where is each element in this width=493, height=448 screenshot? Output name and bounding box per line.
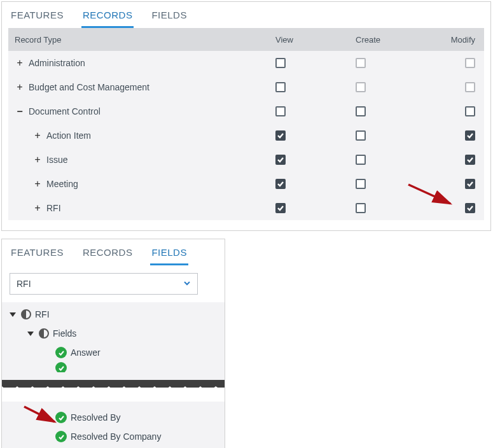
checkbox-create[interactable] <box>356 106 366 116</box>
tree-node-fields[interactable]: Fields <box>10 324 217 343</box>
row-label: Action Item <box>46 130 91 141</box>
col-record-type: Record Type <box>15 35 275 45</box>
fields-tree: RFI Fields Answer <box>2 302 225 380</box>
fields-panel: FEATURES RECORDS FIELDS RFI RFI Fields A… <box>1 239 225 448</box>
collapse-icon[interactable] <box>10 312 16 317</box>
row-label: Budget and Cost Management <box>29 82 149 92</box>
expand-icon[interactable]: + <box>32 154 43 165</box>
row-label: Document Control <box>29 106 101 116</box>
records-panel: FEATURES RECORDS FIELDS Record Type View… <box>1 1 491 231</box>
check-circle-icon <box>55 412 67 423</box>
node-label: RFI <box>35 309 50 319</box>
check-circle-icon <box>55 431 67 442</box>
checkbox-create[interactable] <box>356 179 366 189</box>
tear-divider-icon <box>2 380 225 402</box>
select-value: RFI <box>17 279 31 289</box>
permissions-grid: Record Type View Create Modify + Adminis… <box>8 28 484 220</box>
checkbox-view[interactable] <box>275 179 286 189</box>
table-row: + Budget and Cost Management <box>8 75 484 99</box>
grid-header: Record Type View Create Modify <box>8 28 484 51</box>
collapse-icon[interactable] <box>27 332 34 336</box>
checkbox-create <box>356 82 366 92</box>
record-type-select[interactable]: RFI <box>10 273 198 295</box>
col-create: Create <box>356 35 436 45</box>
tree-leaf[interactable] <box>10 362 217 372</box>
tabs-bar-2: FEATURES RECORDS FIELDS <box>2 239 225 265</box>
tree-leaf[interactable]: Resolved By <box>10 408 217 427</box>
collapse-icon[interactable]: − <box>15 106 25 117</box>
table-row: − Document Control <box>8 99 484 123</box>
checkbox-view[interactable] <box>275 155 286 165</box>
checkbox-view[interactable] <box>275 82 286 92</box>
checkbox-modify <box>465 58 475 68</box>
tab-features[interactable]: FEATURES <box>10 7 65 28</box>
checkbox-modify <box>465 82 475 92</box>
expand-icon[interactable]: + <box>32 130 43 141</box>
checkbox-view[interactable] <box>275 58 286 68</box>
row-label: RFI <box>46 203 61 213</box>
checkbox-create[interactable] <box>356 203 366 213</box>
tree-leaf[interactable]: Resolved By Company <box>10 427 217 446</box>
row-label: Administration <box>29 58 85 68</box>
checkbox-modify[interactable] <box>465 106 475 116</box>
expand-icon[interactable]: + <box>15 57 25 69</box>
table-row: + Action Item <box>8 123 484 148</box>
row-label: Issue <box>46 155 67 165</box>
checkbox-create[interactable] <box>356 155 366 165</box>
checkbox-view[interactable] <box>275 106 286 116</box>
checkbox-modify[interactable] <box>465 130 475 141</box>
checkbox-create[interactable] <box>356 130 366 141</box>
node-label: Resolved By Company <box>71 431 161 442</box>
checkbox-view[interactable] <box>275 203 286 213</box>
table-row: + Issue <box>8 148 484 172</box>
expand-icon[interactable]: + <box>32 178 43 190</box>
table-row: + Administration <box>8 51 484 75</box>
partial-icon <box>39 328 49 339</box>
checkbox-modify[interactable] <box>465 203 475 213</box>
table-row: + Meeting <box>8 172 484 196</box>
tree-node-rfi[interactable]: RFI <box>10 305 217 324</box>
node-label: Resolved By <box>71 412 121 423</box>
tab-fields[interactable]: FIELDS <box>150 7 188 28</box>
check-circle-icon <box>55 347 67 358</box>
expand-icon[interactable]: + <box>15 81 25 93</box>
node-label: Fields <box>53 328 76 339</box>
check-circle-icon <box>55 362 67 372</box>
tabs-bar-1: FEATURES RECORDS FIELDS <box>2 2 490 28</box>
tab-features[interactable]: FEATURES <box>10 244 65 265</box>
tab-records[interactable]: RECORDS <box>81 244 134 265</box>
tree-leaf[interactable]: Answer <box>10 343 217 362</box>
checkbox-modify[interactable] <box>465 179 475 189</box>
checkbox-create <box>356 58 366 68</box>
node-label: Answer <box>71 347 101 358</box>
row-label: Meeting <box>46 179 78 189</box>
chevron-down-icon <box>183 279 191 289</box>
fields-tree-continued: Resolved By Resolved By Company Responsi… <box>2 402 225 448</box>
partial-icon <box>21 309 31 319</box>
tab-fields[interactable]: FIELDS <box>150 244 188 265</box>
checkbox-modify[interactable] <box>465 155 475 165</box>
expand-icon[interactable]: + <box>32 202 43 214</box>
table-row: + RFI <box>8 196 484 220</box>
tab-records[interactable]: RECORDS <box>81 7 134 28</box>
col-modify: Modify <box>436 35 478 45</box>
checkbox-view[interactable] <box>275 130 286 141</box>
col-view: View <box>275 35 356 45</box>
